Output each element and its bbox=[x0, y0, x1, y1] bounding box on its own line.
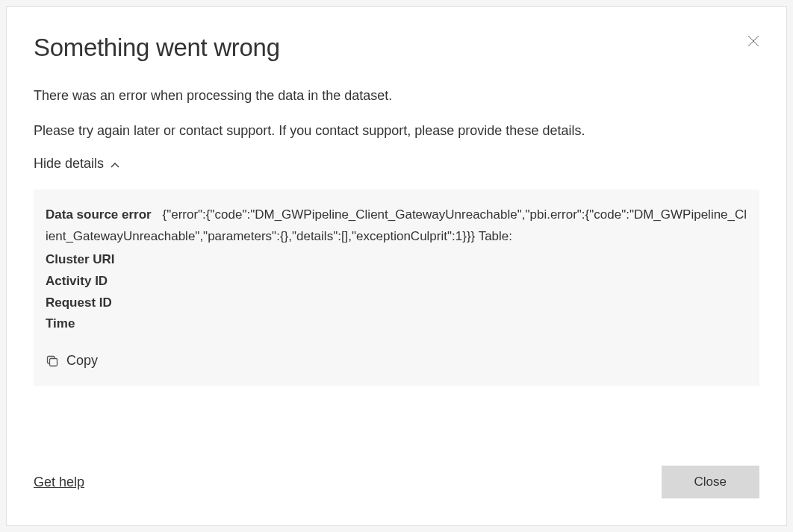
data-source-error-row: Data source error {"error":{"code":"DM_G… bbox=[46, 204, 747, 248]
copy-button[interactable]: Copy bbox=[46, 353, 98, 369]
copy-label: Copy bbox=[66, 353, 98, 369]
copy-icon bbox=[46, 354, 59, 368]
close-icon[interactable] bbox=[747, 35, 759, 47]
error-dialog: Something went wrong There was an error … bbox=[6, 6, 787, 526]
activity-id-row: Activity ID bbox=[46, 271, 747, 292]
error-details-panel: Data source error {"error":{"code":"DM_G… bbox=[34, 190, 759, 386]
svg-rect-2 bbox=[50, 358, 57, 366]
cluster-uri-label: Cluster URI bbox=[46, 252, 115, 266]
request-id-label: Request ID bbox=[46, 295, 112, 310]
toggle-details-button[interactable]: Hide details bbox=[34, 156, 759, 172]
dialog-footer: Get help Close bbox=[34, 466, 759, 498]
dialog-message-2: Please try again later or contact suppor… bbox=[34, 121, 759, 141]
data-source-error-label: Data source error bbox=[46, 207, 152, 222]
dialog-message-1: There was an error when processing the d… bbox=[34, 86, 759, 106]
request-id-row: Request ID bbox=[46, 292, 747, 314]
details-list: Cluster URI Activity ID Request ID Time bbox=[46, 249, 747, 336]
time-row: Time bbox=[46, 313, 747, 335]
get-help-link[interactable]: Get help bbox=[34, 475, 84, 490]
toggle-details-label: Hide details bbox=[34, 156, 104, 172]
dialog-title: Something went wrong bbox=[34, 34, 759, 62]
time-label: Time bbox=[46, 316, 75, 331]
cluster-uri-row: Cluster URI bbox=[46, 249, 747, 271]
close-button[interactable]: Close bbox=[662, 466, 759, 498]
activity-id-label: Activity ID bbox=[46, 274, 108, 288]
chevron-up-icon bbox=[110, 159, 120, 169]
